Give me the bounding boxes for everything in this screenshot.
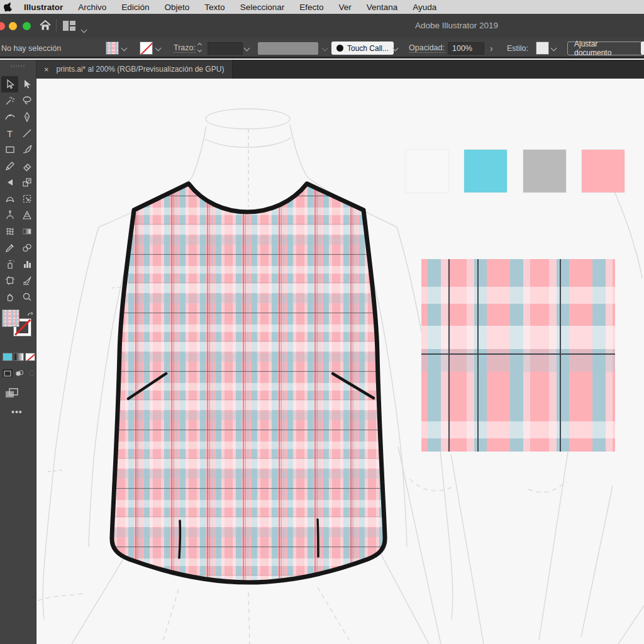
style-swatch[interactable] bbox=[536, 38, 549, 58]
screen-mode-icon[interactable] bbox=[5, 388, 19, 401]
appearance-chevron-icon[interactable] bbox=[393, 38, 397, 58]
artboard-canvas[interactable] bbox=[36, 79, 644, 644]
column-graph-tool[interactable] bbox=[18, 256, 35, 272]
opacity-label[interactable]: Opacidad: bbox=[409, 38, 445, 58]
lasso-tool[interactable] bbox=[18, 92, 35, 109]
neck-top-line bbox=[206, 109, 290, 129]
title-bar: Adobe Illustrator 2019 bbox=[0, 14, 644, 38]
gradient-tool[interactable] bbox=[18, 223, 35, 240]
apple-icon[interactable] bbox=[0, 2, 16, 13]
brush-definition-dropdown[interactable] bbox=[258, 38, 318, 58]
color-swatch-white[interactable] bbox=[406, 150, 448, 192]
menu-item-ayuda[interactable]: Ayuda bbox=[405, 3, 444, 12]
curvature-tool[interactable] bbox=[1, 109, 18, 125]
menu-item-ver[interactable]: Ver bbox=[331, 3, 358, 12]
croquis2-skirt-line-1 bbox=[398, 447, 441, 644]
mesh-tool[interactable] bbox=[1, 223, 18, 240]
tools-panel: T bbox=[0, 60, 36, 644]
none-button[interactable] bbox=[25, 353, 35, 361]
skirt-dash-right bbox=[318, 587, 352, 644]
blend-tool[interactable] bbox=[18, 240, 35, 256]
perspective-grid-tool[interactable] bbox=[18, 207, 35, 223]
stroke-color-swatch[interactable] bbox=[140, 38, 153, 58]
width-tool[interactable] bbox=[1, 191, 18, 207]
menu-item-edicion[interactable]: Edición bbox=[114, 3, 157, 12]
line-segment-tool[interactable] bbox=[18, 125, 35, 142]
slice-tool[interactable] bbox=[18, 272, 35, 289]
free-transform-tool[interactable] bbox=[18, 191, 35, 207]
menu-item-ventana[interactable]: Ventana bbox=[359, 3, 406, 12]
selection-status: No hay selección bbox=[1, 38, 61, 58]
edit-toolbar-button[interactable]: ••• bbox=[11, 407, 23, 417]
color-swatch-pink[interactable] bbox=[582, 150, 625, 192]
draw-inside-button[interactable] bbox=[26, 369, 36, 377]
pencil-tool[interactable] bbox=[1, 158, 18, 174]
arrange-documents-chevron-icon[interactable] bbox=[82, 23, 86, 35]
plaid-pattern-swatch[interactable] bbox=[421, 259, 615, 452]
draw-normal-button[interactable] bbox=[3, 369, 13, 377]
paintbrush-tool[interactable] bbox=[18, 142, 35, 158]
style-chevron-icon[interactable] bbox=[552, 38, 556, 58]
eraser-tool[interactable] bbox=[18, 158, 35, 174]
direct-selection-tool[interactable] bbox=[1, 76, 18, 92]
rectangle-tool[interactable] bbox=[1, 142, 18, 158]
hand-tool[interactable] bbox=[1, 289, 18, 305]
color-swatch-gray[interactable] bbox=[523, 150, 566, 192]
next-button-fragment[interactable] bbox=[641, 38, 644, 58]
fill-color-swatch[interactable] bbox=[106, 38, 119, 58]
document-tab[interactable]: × prints.ai* al 200% (RGB/Previsualizaci… bbox=[36, 60, 233, 79]
brush-definition-chevron-icon[interactable] bbox=[323, 38, 327, 58]
gradient-button[interactable] bbox=[14, 353, 24, 361]
neck-right-line bbox=[290, 125, 308, 177]
stroke-weight-chevron-icon[interactable] bbox=[245, 38, 249, 58]
neck-left-line bbox=[191, 126, 206, 179]
stroke-chevron-icon[interactable] bbox=[156, 38, 160, 58]
stroke-weight-dropdown[interactable] bbox=[208, 38, 243, 58]
home-icon[interactable] bbox=[39, 19, 52, 34]
puppet-warp-tool[interactable] bbox=[1, 207, 18, 223]
menu-item-texto[interactable]: Texto bbox=[197, 3, 232, 12]
eyedropper-tool[interactable] bbox=[1, 240, 18, 256]
menu-item-illustrator[interactable]: Illustrator bbox=[16, 3, 70, 12]
croquis2-skirt-line-2 bbox=[451, 454, 484, 644]
toolbar-grip[interactable] bbox=[11, 65, 26, 67]
tab-close-icon[interactable]: × bbox=[44, 65, 49, 74]
garment-group[interactable] bbox=[112, 184, 385, 582]
color-swatch-cyan[interactable] bbox=[464, 150, 507, 192]
right-hem-slit[interactable] bbox=[318, 519, 318, 557]
arrange-documents-icon[interactable] bbox=[63, 21, 75, 31]
menu-item-seleccionar[interactable]: Seleccionar bbox=[233, 3, 292, 12]
close-window-button[interactable] bbox=[0, 22, 5, 30]
stroke-weight-label[interactable]: Trazo: bbox=[174, 38, 196, 58]
left-hem-slit[interactable] bbox=[179, 521, 180, 558]
fill-chevron-icon[interactable] bbox=[122, 38, 126, 58]
draw-behind-button[interactable] bbox=[14, 369, 25, 377]
symbol-sprayer-tool[interactable] bbox=[1, 256, 18, 272]
minimize-window-button[interactable] bbox=[9, 22, 17, 30]
fit-document-button[interactable]: Ajustar documento bbox=[567, 38, 644, 58]
menu-item-efecto[interactable]: Efecto bbox=[292, 3, 331, 12]
pen-tool[interactable] bbox=[18, 109, 35, 125]
menu-item-objeto[interactable]: Objeto bbox=[157, 3, 197, 12]
color-button[interactable] bbox=[3, 353, 13, 361]
zoom-tool[interactable] bbox=[18, 289, 35, 305]
zoom-window-button[interactable] bbox=[23, 22, 31, 30]
croquis2-shoulder-line bbox=[613, 189, 642, 279]
croquis2-skirt-line-4 bbox=[581, 486, 613, 637]
fill-indicator[interactable] bbox=[3, 310, 19, 326]
appearance-button[interactable]: Touch Call... bbox=[331, 38, 394, 58]
artboard-tool[interactable] bbox=[1, 272, 18, 289]
scale-tool[interactable] bbox=[18, 174, 35, 191]
stroke-weight-stepper[interactable] bbox=[198, 43, 201, 52]
swap-fill-stroke-icon[interactable] bbox=[27, 309, 34, 320]
opacity-field[interactable]: 100% bbox=[448, 38, 484, 58]
opacity-more-button[interactable]: › bbox=[490, 38, 493, 58]
menu-item-archivo[interactable]: Archivo bbox=[70, 3, 114, 12]
control-bar: No hay selección Trazo: Touch Call... Op… bbox=[0, 38, 644, 58]
type-tool[interactable]: T bbox=[1, 125, 18, 142]
skirt-right-line bbox=[379, 550, 429, 644]
selection-tool[interactable] bbox=[18, 76, 35, 92]
skirt-left-line bbox=[72, 550, 129, 644]
magic-wand-tool[interactable] bbox=[1, 92, 18, 109]
rotate-tool[interactable] bbox=[1, 174, 18, 191]
